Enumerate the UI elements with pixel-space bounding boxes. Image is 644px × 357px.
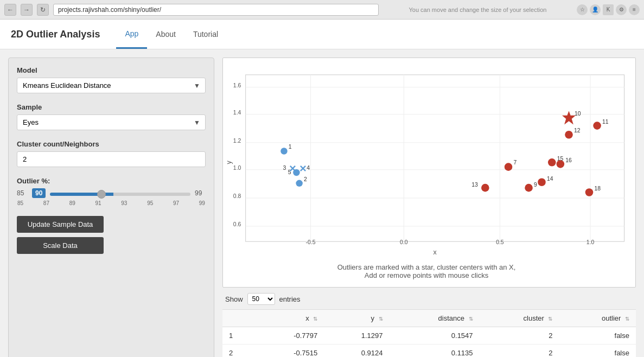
point-1[interactable]	[280, 148, 288, 155]
entries-label: entries	[279, 295, 301, 303]
slider-min: 85	[17, 189, 28, 197]
point-11[interactable]	[593, 122, 601, 130]
point-15[interactable]	[548, 158, 556, 167]
svg-text:7: 7	[513, 160, 517, 165]
extension-icon[interactable]: K	[603, 4, 614, 15]
y-axis-label: y	[225, 160, 233, 164]
point-18[interactable]	[585, 188, 594, 196]
cell-y: 0.9124	[324, 345, 389, 357]
point-12[interactable]	[565, 131, 573, 139]
cluster-label: Cluster count/Neighbors	[17, 140, 206, 148]
entries-select[interactable]: 50 10 25 100	[247, 293, 275, 305]
svg-text:1.6: 1.6	[233, 82, 241, 88]
col-outlier[interactable]: outlier ⇅	[559, 310, 636, 327]
slider-row: 85 90 99	[17, 188, 206, 198]
svg-text:11: 11	[602, 119, 609, 125]
svg-text:2: 2	[304, 176, 307, 182]
nav-tab-tutorial[interactable]: Tutorial	[184, 20, 227, 49]
settings-icon[interactable]: ⚙	[616, 4, 627, 15]
point-7[interactable]	[505, 163, 513, 171]
cell-id: 2	[222, 345, 254, 357]
center-4: ✕	[299, 164, 307, 174]
table-body: 1 -0.7797 1.1297 0.1547 2 false 2 -0.751…	[222, 327, 636, 357]
outlier-slider[interactable]	[50, 193, 190, 196]
app-header: 2D Outlier Analysis App About Tutorial	[0, 20, 644, 49]
col-distance[interactable]: distance ⇅	[390, 310, 480, 327]
nav-tabs: App About Tutorial	[116, 20, 227, 49]
svg-text:3: 3	[283, 165, 286, 171]
svg-text:10: 10	[575, 111, 581, 117]
col-cluster[interactable]: cluster ⇅	[480, 310, 559, 327]
slider-max: 99	[195, 189, 206, 197]
url-bar[interactable]: projects.rajivshah.com/shiny/outlier/	[53, 4, 379, 16]
outlier-group: Outlier %: 85 90 99 85 87 89 91 93 95 97…	[17, 177, 206, 206]
update-sample-button[interactable]: Update Sample Data	[17, 216, 104, 233]
cell-y: 1.1297	[324, 327, 389, 345]
svg-text:1.0: 1.0	[233, 165, 241, 171]
sample-select[interactable]: Eyes Moons Circles	[17, 114, 206, 130]
chart-caption: Outliers are marked with a star, cluster…	[223, 263, 630, 279]
table-row: 2 -0.7515 0.9124 0.1135 2 false	[222, 345, 636, 357]
cell-cluster: 2	[480, 327, 559, 345]
svg-text:9: 9	[534, 182, 537, 188]
sample-label: Sample	[17, 103, 206, 111]
col-id[interactable]	[222, 310, 254, 327]
cluster-group: Cluster count/Neighbors	[17, 140, 206, 167]
slider-value-display: 90	[32, 188, 46, 198]
show-label: Show	[225, 295, 243, 303]
scale-data-button[interactable]: Scale Data	[17, 237, 104, 254]
user-icon[interactable]: 👤	[590, 4, 601, 15]
menu-icon[interactable]: ≡	[629, 4, 640, 15]
svg-text:12: 12	[574, 127, 581, 133]
cell-distance: 0.1135	[390, 345, 480, 357]
outlier-label: Outlier %:	[17, 177, 206, 185]
slider-ticks: 85 87 89 91 93 95 97 99	[17, 200, 206, 206]
col-y[interactable]: y ⇅	[324, 310, 389, 327]
chart-container[interactable]: y 1.6 1.4 1.2 1.0 0.8 0.6 -0.5 0.	[222, 58, 636, 288]
point-9[interactable]	[525, 184, 533, 192]
scatter-chart[interactable]: y 1.6 1.4 1.2 1.0 0.8 0.6 -0.5 0.	[223, 63, 630, 258]
cluster-input[interactable]	[17, 151, 206, 167]
svg-text:1.2: 1.2	[233, 138, 241, 144]
table-header: x ⇅ y ⇅ distance ⇅ cluster ⇅ outlier ⇅	[222, 310, 636, 327]
sample-select-wrapper: Eyes Moons Circles ▼	[17, 114, 206, 130]
forward-button[interactable]: →	[21, 4, 33, 16]
point-13[interactable]	[481, 184, 489, 192]
svg-text:4: 4	[307, 165, 310, 171]
nav-tab-about[interactable]: About	[147, 20, 184, 49]
svg-text:16: 16	[565, 157, 572, 163]
slider-track-wrapper	[50, 189, 190, 197]
center-3: ✕	[289, 164, 296, 174]
svg-text:14: 14	[547, 176, 553, 182]
svg-text:0.8: 0.8	[233, 193, 241, 199]
point-14[interactable]	[538, 178, 546, 186]
data-table: x ⇅ y ⇅ distance ⇅ cluster ⇅ outlier ⇅ 1…	[222, 309, 636, 357]
svg-text:1.4: 1.4	[233, 110, 241, 116]
svg-text:13: 13	[471, 182, 478, 188]
star-icon[interactable]: ☆	[577, 4, 588, 15]
cell-distance: 0.1547	[390, 327, 480, 345]
sample-group: Sample Eyes Moons Circles ▼	[17, 103, 206, 130]
col-x[interactable]: x ⇅	[254, 310, 324, 327]
back-button[interactable]: ←	[4, 4, 16, 16]
main-content: Model Kmeans Euclidean Distance LOF DBSC…	[0, 49, 644, 357]
point-16[interactable]	[557, 160, 565, 168]
refresh-button[interactable]: ↻	[37, 4, 49, 16]
right-panel: y 1.6 1.4 1.2 1.0 0.8 0.6 -0.5 0.	[222, 58, 636, 357]
cell-x: -0.7797	[254, 327, 324, 345]
svg-text:0.6: 0.6	[233, 221, 241, 227]
cell-x: -0.7515	[254, 345, 324, 357]
svg-text:1: 1	[289, 144, 292, 150]
cell-cluster: 2	[480, 345, 559, 357]
cell-outlier: false	[559, 327, 636, 345]
model-label: Model	[17, 66, 206, 74]
point-2[interactable]	[296, 180, 303, 187]
browser-chrome: ← → ↻ projects.rajivshah.com/shiny/outli…	[0, 0, 644, 20]
cell-outlier: false	[559, 345, 636, 357]
app-title: 2D Outlier Analysis	[11, 29, 100, 40]
svg-text:x: x	[433, 248, 437, 256]
browser-hint: You can move and change the size of your…	[383, 7, 572, 13]
nav-tab-app[interactable]: App	[116, 20, 147, 49]
model-group: Model Kmeans Euclidean Distance LOF DBSC…	[17, 66, 206, 93]
model-select[interactable]: Kmeans Euclidean Distance LOF DBSCAN	[17, 78, 206, 93]
